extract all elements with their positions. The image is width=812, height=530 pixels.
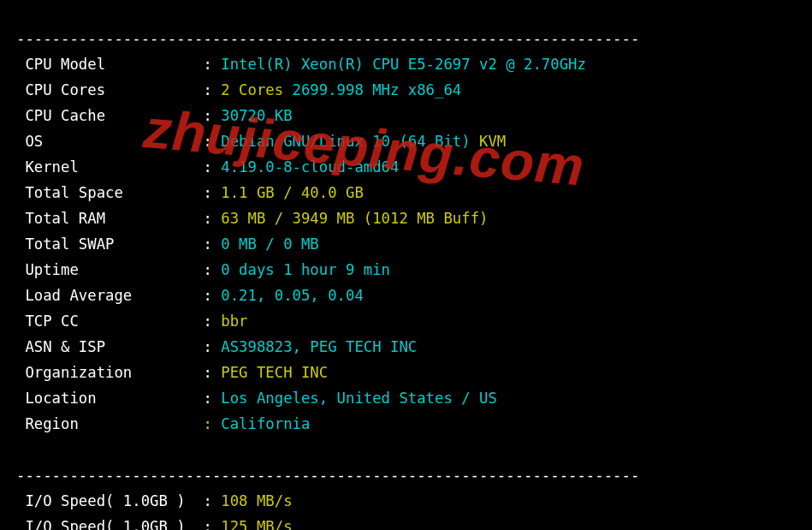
spec-value: 0 days 1 hour 9 min [221, 261, 390, 278]
spec-row: Uptime : 0 days 1 hour 9 min [16, 257, 812, 283]
spec-label: TCP CC [16, 313, 204, 330]
io-label: I/O Speed( 1.0GB ) [16, 492, 204, 509]
spec-value: KVM [479, 133, 506, 150]
colon-separator: : [204, 235, 222, 253]
spec-label: Total SWAP [16, 235, 204, 253]
colon-separator: : [204, 313, 222, 330]
spec-value: 1.1 GB / 40.0 GB [221, 184, 363, 201]
colon-separator: : [204, 56, 222, 73]
spec-value: 2699.998 MHz x86_64 [293, 81, 462, 98]
spec-value: 30720 KB [221, 107, 292, 124]
spec-label: OS [16, 133, 204, 150]
colon-separator: : [204, 107, 222, 124]
spec-label: Region [16, 415, 204, 432]
spec-value: 2 Cores [221, 81, 292, 98]
spec-lines: CPU Model : Intel(R) Xeon(R) CPU E5-2697… [16, 51, 812, 437]
spec-label: Kernel [16, 158, 204, 176]
spec-row: CPU Model : Intel(R) Xeon(R) CPU E5-2697… [16, 51, 812, 77]
io-value: 125 MB/s [221, 518, 292, 530]
spec-row: Load Average : 0.21, 0.05, 0.04 [16, 283, 812, 308]
spec-value: 0 MB / 0 MB [221, 235, 318, 253]
io-row: I/O Speed( 1.0GB ) : 125 MB/s [16, 514, 812, 530]
spec-row: Region : California [16, 411, 812, 437]
spec-label: CPU Cache [16, 107, 204, 124]
colon-separator: : [204, 518, 222, 530]
spec-value: 4.19.0-8-cloud-amd64 [221, 158, 399, 176]
spec-row: Organization : PEG TECH INC [16, 360, 812, 385]
spec-row: CPU Cache : 30720 KB [16, 103, 812, 128]
colon-separator: : [204, 210, 222, 227]
colon-separator: : [204, 287, 222, 304]
colon-separator: : [204, 364, 222, 381]
spec-label: Organization [16, 364, 204, 381]
divider-top: ----------------------------------------… [16, 30, 639, 47]
spec-label: Load Average [16, 287, 204, 304]
spec-label: Uptime [16, 261, 204, 278]
spec-row: TCP CC : bbr [16, 308, 812, 334]
spec-row: CPU Cores : 2 Cores 2699.998 MHz x86_64 [16, 77, 812, 103]
spec-value: Intel(R) Xeon(R) CPU E5-2697 v2 @ 2.70GH… [221, 56, 586, 73]
spec-row: Total RAM : 63 MB / 3949 MB (1012 MB Buf… [16, 205, 812, 231]
spec-value: PEG TECH INC [221, 364, 328, 381]
spec-row: Kernel : 4.19.0-8-cloud-amd64 [16, 154, 812, 180]
io-value: 108 MB/s [221, 492, 292, 509]
colon-separator: : [204, 390, 222, 407]
colon-separator: : [204, 415, 222, 432]
colon-separator: : [204, 492, 222, 509]
spec-label: CPU Cores [16, 81, 204, 98]
spec-value: California [221, 415, 310, 432]
spec-value: bbr [221, 313, 247, 330]
spec-row: ASN & ISP : AS398823, PEG TECH INC [16, 334, 812, 360]
spec-value: AS398823, PEG TECH INC [221, 338, 417, 355]
spec-value: 0.21, 0.05, 0.04 [221, 287, 363, 304]
io-label: I/O Speed( 1.0GB ) [16, 518, 204, 530]
spec-label: Location [16, 390, 204, 407]
spec-row: Location : Los Angeles, United States / … [16, 385, 812, 411]
io-lines: I/O Speed( 1.0GB ) : 108 MB/s I/O Speed(… [16, 488, 812, 530]
terminal-output: ----------------------------------------… [0, 0, 812, 530]
colon-separator: : [204, 133, 222, 150]
spec-value: Debian GNU/Linux 10 (64 Bit) [221, 133, 479, 150]
io-row: I/O Speed( 1.0GB ) : 108 MB/s [16, 488, 812, 514]
colon-separator: : [204, 158, 222, 176]
spec-row: OS : Debian GNU/Linux 10 (64 Bit) KVM [16, 128, 812, 154]
colon-separator: : [204, 184, 222, 201]
divider-mid: ----------------------------------------… [16, 467, 639, 484]
spec-value: 63 MB / 3949 MB (1012 MB Buff) [221, 210, 488, 227]
colon-separator: : [204, 338, 222, 355]
spec-label: CPU Model [16, 56, 204, 73]
colon-separator: : [204, 261, 222, 278]
spec-label: Total RAM [16, 210, 204, 227]
colon-separator: : [204, 81, 222, 98]
spec-row: Total SWAP : 0 MB / 0 MB [16, 231, 812, 257]
spec-label: Total Space [16, 184, 204, 201]
spec-value: Los Angeles, United States / US [221, 390, 497, 407]
spec-row: Total Space : 1.1 GB / 40.0 GB [16, 180, 812, 205]
spec-label: ASN & ISP [16, 338, 204, 355]
